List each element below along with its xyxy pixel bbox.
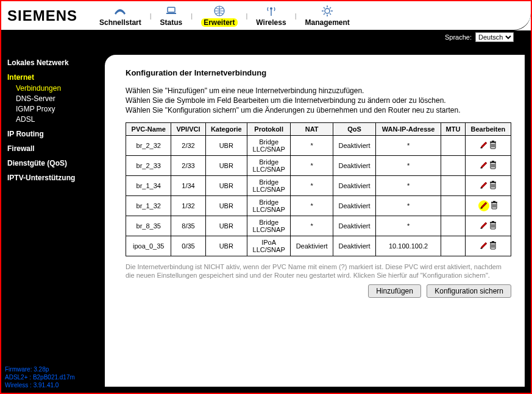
svg-point-3	[270, 7, 272, 10]
cell-vpi: 1/34	[171, 176, 205, 196]
svg-rect-19	[492, 141, 494, 142]
edit-icon[interactable]	[480, 181, 488, 191]
table-row: br_2_322/32UBRBridgeLLC/SNAP*Deaktiviert…	[126, 136, 511, 156]
edit-icon[interactable]	[480, 241, 488, 251]
laptop-icon	[165, 5, 178, 17]
th-kat: Kategorie	[205, 123, 247, 136]
sidebar-sub-adsl[interactable]: ADSL	[16, 115, 100, 124]
topnav-label: Erweitert	[201, 18, 237, 27]
footer-firmware-val: 3.28p	[34, 366, 49, 373]
edit-icon[interactable]	[480, 141, 488, 150]
svg-rect-13	[480, 147, 482, 149]
delete-icon[interactable]	[491, 201, 498, 211]
delete-icon[interactable]	[489, 161, 497, 171]
cell-pvc: br_2_32	[126, 136, 171, 156]
topnav-status[interactable]: Status	[157, 5, 186, 27]
gear-icon	[321, 5, 333, 17]
sidebar-sub-verbindungen[interactable]: Verbindungen	[16, 84, 100, 93]
th-pvc: PVC-Name	[126, 123, 171, 136]
table-row: br_1_341/34UBRBridgeLLC/SNAP*Deaktiviert…	[126, 176, 511, 196]
svg-rect-48	[480, 248, 482, 249]
cell-qos: Deaktiviert	[333, 216, 376, 236]
sidebar-item-firewall[interactable]: Firewall	[7, 144, 100, 153]
cell-pvc: br_1_32	[126, 196, 171, 216]
cell-kat: UBR	[205, 156, 247, 176]
svg-rect-26	[492, 161, 494, 162]
cell-wan: *	[375, 176, 441, 196]
cell-qos: Deaktiviert	[333, 236, 376, 256]
sidebar-sub-igmp-proxy[interactable]: IGMP Proxy	[16, 105, 100, 113]
cell-nat: *	[291, 176, 333, 196]
table-row: br_8_358/35UBRBridgeLLC/SNAP*Deaktiviert…	[126, 216, 511, 236]
instruction-line: Wählen Sie "Konfiguration sichern" um di…	[126, 105, 511, 115]
top-nav-bar: SIEMENS Schnellstart | Status | Erwei	[1, 1, 531, 30]
footer-firmware-key: Firmware:	[5, 366, 32, 373]
add-button[interactable]: Hinzufügen	[368, 284, 421, 298]
language-label: Sprache:	[445, 33, 472, 41]
cell-mtu	[441, 156, 466, 176]
sidebar-item-internet[interactable]: Internet	[7, 73, 100, 82]
cell-nat: *	[291, 216, 333, 236]
cell-kat: UBR	[205, 216, 247, 236]
content-panel: Konfiguration der Internetverbindung Wäh…	[105, 55, 525, 387]
topnav-label: Management	[305, 18, 349, 27]
cell-qos: Deaktiviert	[333, 176, 376, 196]
svg-rect-41	[480, 228, 482, 229]
delete-icon[interactable]	[489, 221, 497, 231]
topnav-schnellstart[interactable]: Schnellstart	[96, 5, 145, 27]
cell-nat: *	[291, 136, 333, 156]
footer-wireless-key: Wireless :	[5, 382, 32, 389]
topnav-label: Status	[160, 18, 183, 27]
brand-logo: SIEMENS	[7, 7, 77, 24]
footer-adsl-val: B2pB021.d17m	[33, 374, 75, 381]
sidebar: Lokales Netzwerk Internet Verbindungen D…	[1, 44, 105, 393]
th-qos: QoS	[333, 123, 376, 136]
sidebar-item-qos[interactable]: Dienstgüte (QoS)	[7, 159, 100, 167]
separator: |	[191, 12, 193, 19]
cell-wan: *	[375, 216, 441, 236]
sidebar-item-ip-routing[interactable]: IP Routing	[7, 130, 100, 138]
delete-icon[interactable]	[489, 141, 497, 150]
cell-vpi: 8/35	[171, 216, 205, 236]
svg-rect-33	[492, 181, 494, 182]
svg-rect-34	[480, 208, 482, 209]
save-config-button[interactable]: Konfiguration sichern	[427, 284, 511, 298]
svg-rect-18	[490, 142, 496, 143]
sidebar-sub-dns-server[interactable]: DNS-Server	[16, 94, 100, 103]
cell-mtu	[441, 176, 466, 196]
cell-actions	[465, 196, 511, 216]
svg-rect-39	[491, 202, 497, 203]
sidebar-item-lokales-netzwerk[interactable]: Lokales Netzwerk	[7, 58, 100, 67]
phone-icon	[113, 5, 127, 17]
table-row: br_1_321/32UBRBridgeLLC/SNAP*Deaktiviert…	[126, 196, 511, 216]
cell-actions	[465, 156, 511, 176]
edit-icon[interactable]	[478, 200, 489, 211]
topnav-erweitert[interactable]: Erweitert	[197, 5, 241, 27]
cell-actions	[465, 216, 511, 236]
language-row: Sprache: Deutsch	[1, 30, 531, 44]
cell-proto: BridgeLLC/SNAP	[247, 216, 291, 236]
topnav-management[interactable]: Management	[301, 5, 353, 27]
svg-rect-47	[492, 221, 494, 222]
table-row: br_2_332/33UBRBridgeLLC/SNAP*Deaktiviert…	[126, 156, 511, 176]
edit-icon[interactable]	[480, 161, 488, 171]
cell-mtu	[441, 196, 466, 216]
topnav-wireless[interactable]: Wireless	[252, 5, 289, 27]
svg-line-11	[324, 13, 325, 15]
svg-line-12	[330, 7, 331, 9]
delete-icon[interactable]	[489, 181, 497, 191]
sidebar-item-iptv[interactable]: IPTV-Unterstützung	[7, 174, 100, 182]
edit-icon[interactable]	[480, 221, 488, 231]
cell-pvc: ipoa_0_35	[126, 236, 171, 256]
cell-nat: *	[291, 156, 333, 176]
cell-wan: *	[375, 196, 441, 216]
cell-actions	[465, 236, 511, 256]
svg-rect-25	[490, 162, 496, 163]
cell-nat: Deaktiviert	[291, 236, 333, 256]
button-row: Hinzufügen Konfiguration sichern	[126, 284, 511, 298]
th-vpi: VPI/VCI	[171, 123, 205, 136]
separator: |	[246, 12, 248, 19]
delete-icon[interactable]	[489, 241, 497, 251]
language-select[interactable]: Deutsch	[475, 32, 514, 42]
instruction-line: Wählen Sie die Symbole im Feld Bearbeite…	[126, 96, 511, 105]
